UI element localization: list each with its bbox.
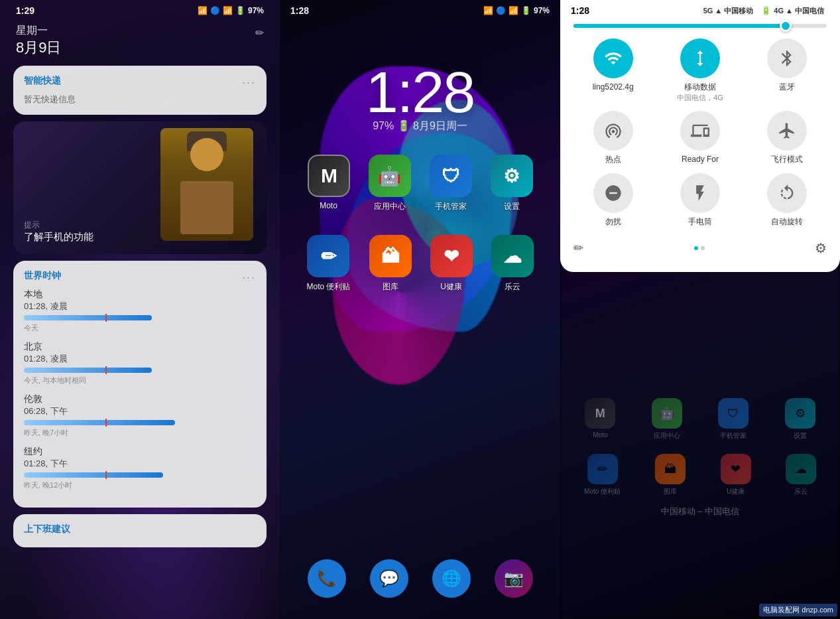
- tile-wifi[interactable]: ling5202.4g: [573, 38, 652, 103]
- time3: 1:28: [571, 5, 589, 16]
- appstore-icon[interactable]: 🤖: [369, 155, 411, 197]
- clock-beijing: 北京 01:28, 凌晨 今天, 与本地时相同: [24, 341, 256, 385]
- note-beijing: 今天, 与本地时相同: [24, 376, 256, 385]
- gallery-label: 图库: [383, 281, 398, 293]
- date-display: 8月9日: [16, 38, 264, 58]
- media-desc: 了解手机的功能: [24, 231, 93, 243]
- clock-widget-title: 世界时钟: [24, 270, 61, 282]
- status-right3: 5G ▲ 中国移动 🔋 4G ▲ 中国电信: [703, 6, 829, 16]
- dock-camera[interactable]: 📷: [495, 559, 533, 598]
- moto-icon[interactable]: M: [308, 155, 350, 197]
- city-newyork: 纽约: [24, 446, 256, 458]
- readyfor-label: Ready For: [682, 155, 719, 165]
- settings-gear-icon[interactable]: ⚙: [815, 240, 827, 256]
- clock-london: 伦敦 06:28, 下午 昨天, 晚7小时: [24, 393, 256, 438]
- cloud-icon[interactable]: ☁: [491, 235, 534, 277]
- tile-mobiledata[interactable]: 移动数据中国电信，4G: [660, 38, 739, 103]
- city-london: 伦敦: [24, 393, 256, 405]
- security-label: 手机管家: [435, 201, 467, 212]
- panel3-quick-settings: M Moto 🤖 应用中心 🛡 手机管家 ⚙ 设置 ✏ Moto 便利贴 �: [560, 0, 840, 619]
- time1: 1:29: [16, 5, 34, 16]
- commute-widget[interactable]: 上下班建议: [13, 514, 267, 547]
- autorotate-icon[interactable]: [767, 173, 807, 213]
- dnd-icon[interactable]: [593, 173, 633, 213]
- app-settings[interactable]: ⚙ 设置: [491, 155, 533, 212]
- mobiledata-icon[interactable]: [680, 38, 720, 78]
- carrier2: 4G ▲ 中国电信: [774, 6, 824, 16]
- hotspot-icon[interactable]: [593, 111, 633, 151]
- tile-airplane[interactable]: 飞行模式: [748, 111, 827, 165]
- time-beijing: 01:28, 凌晨: [24, 353, 256, 365]
- bluetooth-icon[interactable]: [767, 38, 807, 78]
- tile-bluetooth[interactable]: 蓝牙: [748, 38, 827, 103]
- tile-autorotate[interactable]: 自动旋转: [748, 173, 827, 228]
- tile-flashlight[interactable]: 手电筒: [660, 173, 739, 228]
- wifi-icon[interactable]: [593, 38, 633, 78]
- bar-beijing: [24, 368, 256, 373]
- brightness-row[interactable]: [560, 19, 840, 33]
- health-label: U健康: [440, 281, 462, 293]
- city-beijing: 北京: [24, 341, 256, 353]
- brightness-bar[interactable]: [573, 24, 827, 28]
- time-local: 01:28, 凌晨: [24, 301, 256, 312]
- media-person-image: [160, 128, 253, 241]
- tile-hotspot[interactable]: 热点: [573, 111, 652, 165]
- battery1: 97%: [248, 6, 264, 15]
- media-hint: 提示: [24, 220, 93, 231]
- notes-label: Moto 便利贴: [306, 281, 350, 293]
- app-gallery[interactable]: 🏔 图库: [369, 235, 412, 293]
- app-notes[interactable]: ✏ Moto 便利贴: [306, 235, 350, 293]
- dock-browser[interactable]: 🌐: [432, 559, 471, 598]
- date-header: ✏ 星期一 8月9日: [8, 19, 272, 66]
- gallery-icon[interactable]: 🏔: [369, 235, 412, 277]
- quick-settings-footer: ✏ ⚙: [560, 235, 840, 261]
- app-security[interactable]: 🛡 手机管家: [430, 155, 472, 212]
- health-icon[interactable]: ❤: [430, 235, 473, 277]
- dock-phone[interactable]: 📞: [308, 559, 346, 598]
- tile-readyfor[interactable]: Ready For: [660, 111, 739, 165]
- statusbar1: 1:29 📶 🔵 📶 🔋 97%: [8, 0, 272, 19]
- settings-label: 设置: [504, 201, 520, 212]
- city-local: 本地: [24, 289, 256, 301]
- airplane-icon[interactable]: [767, 111, 807, 151]
- note-local: 今天: [24, 323, 256, 333]
- dock-messages[interactable]: 💬: [370, 559, 408, 598]
- flashlight-icon[interactable]: [680, 173, 720, 213]
- time2: 1:28: [290, 5, 309, 16]
- app-appstore[interactable]: 🤖 应用中心: [369, 155, 411, 212]
- note-london: 昨天, 晚7小时: [24, 428, 256, 438]
- courier-title: 智能快递: [24, 75, 61, 87]
- notes-icon[interactable]: ✏: [307, 235, 349, 277]
- note-newyork: 昨天, 晚12小时: [24, 480, 256, 490]
- edit-pencil-icon[interactable]: ✏: [573, 241, 583, 255]
- commute-title: 上下班建议: [24, 523, 256, 535]
- weekday: 星期一: [16, 24, 264, 38]
- bar-local: [24, 315, 256, 320]
- app-moto[interactable]: M Moto: [308, 155, 350, 212]
- panel3-bg-apps: M Moto 🤖 应用中心 🛡 手机管家 ⚙ 设置 ✏ Moto 便利贴 �: [560, 385, 840, 619]
- autorotate-label: 自动旋转: [771, 217, 803, 228]
- mobiledata-sublabel: 中国电信，4G: [677, 94, 723, 102]
- appstore-label: 应用中心: [374, 201, 406, 212]
- clock-dots[interactable]: ···: [242, 271, 256, 285]
- courier-widget[interactable]: 智能快递 ··· 暂无快递信息: [13, 66, 267, 115]
- flashlight-label: 手电筒: [688, 217, 712, 228]
- hotspot-label: 热点: [605, 155, 621, 165]
- app-cloud[interactable]: ☁ 乐云: [491, 235, 534, 293]
- courier-dots[interactable]: ···: [242, 76, 256, 90]
- readyfor-icon[interactable]: [680, 111, 720, 151]
- mobiledata-label: 移动数据中国电信，4G: [677, 82, 723, 103]
- person-body: [180, 181, 233, 234]
- settings-icon[interactable]: ⚙: [491, 155, 533, 197]
- clock-local: 本地 01:28, 凌晨 今天: [24, 289, 256, 333]
- bottom-dock: 📞 💬 🌐 📷: [280, 551, 560, 606]
- apps-row2: ✏ Moto 便利贴 🏔 图库 ❤ U健康 ☁ 乐云: [280, 227, 560, 301]
- app-health[interactable]: ❤ U健康: [430, 235, 473, 293]
- clock-big: 1:28: [280, 58, 560, 126]
- brightness-thumb[interactable]: [780, 20, 792, 32]
- panel1-widget-screen: 1:29 📶 🔵 📶 🔋 97% ✏ 星期一 8月9日 智能快递 ··· 暂无快…: [0, 0, 280, 619]
- quick-tiles-grid: ling5202.4g 移动数据中国电信，4G 蓝牙: [560, 33, 840, 232]
- tile-dnd[interactable]: 勿扰: [573, 173, 652, 228]
- security-icon[interactable]: 🛡: [430, 155, 472, 197]
- media-widget[interactable]: 提示 了解手机的功能: [13, 121, 267, 254]
